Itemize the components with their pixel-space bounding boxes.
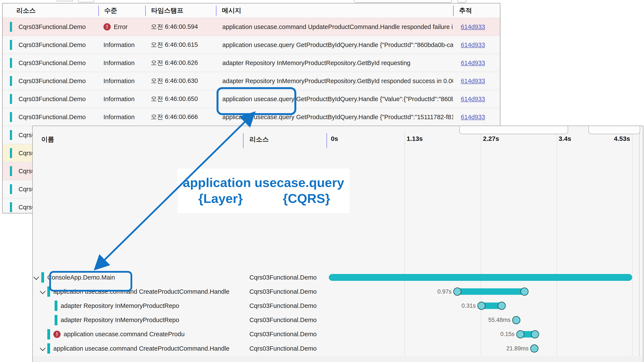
log-resource-name: Cqrs03Functional.Demo [18, 77, 86, 85]
log-header-label: 추적 [459, 6, 472, 15]
trace-row[interactable]: adapter Repository InMemoryProductRepoCq… [33, 299, 643, 313]
span-color-indicator [47, 329, 50, 340]
span-endpoint-circle[interactable] [453, 288, 462, 296]
log-timestamp: 오전 6:46:00.594 [145, 22, 216, 31]
log-level-label: Information [104, 96, 134, 103]
trace-span-name: adapter Repository InMemoryProductRepo [61, 299, 179, 313]
span-duration-label: 0.15s [474, 327, 514, 341]
scrollbar-track-edge[interactable] [639, 126, 640, 356]
resource-color-indicator [10, 112, 12, 122]
chevron-down-icon[interactable] [33, 274, 39, 280]
log-resource-cell: Cqrs03Functional.Demo [2, 22, 98, 32]
log-column-header-message[interactable]: 메시지 [216, 3, 453, 18]
log-column-header-level[interactable]: 수준 [98, 3, 145, 18]
resource-color-indicator [10, 148, 12, 158]
log-level-cell: Information [98, 114, 145, 121]
trace-link[interactable]: 614d933 [461, 96, 485, 102]
log-column-header-timestamp[interactable]: 타임스탬프 [145, 3, 216, 18]
span-color-indicator [41, 272, 44, 283]
trace-span-name: !application usecase.command CreateProdu [53, 327, 185, 341]
span-duration-label: 55.48ms [470, 313, 510, 327]
span-color-indicator [54, 315, 58, 325]
chevron-down-icon[interactable] [40, 345, 46, 351]
span-name-label: application usecase.command CreateProduc… [53, 345, 230, 352]
span-endpoint-circle[interactable] [530, 344, 538, 353]
column-divider [98, 5, 99, 16]
span-endpoint-circle[interactable] [512, 316, 520, 324]
log-table-row[interactable]: Cqrs03Functional.Demo!Error오전 6:46:00.59… [2, 18, 500, 36]
timeline-span-bar[interactable] [329, 274, 632, 281]
resource-color-indicator [10, 76, 12, 86]
dashboard-screen: 리소스 수준 타임스탬프 메시지 추적 Cqrs03Functional.Dem… [0, 0, 644, 362]
trace-resource-name: Cqrs03Functional.Demo [250, 285, 317, 299]
log-column-header-resource[interactable]: 리소스 [2, 3, 98, 18]
resource-color-indicator [10, 166, 12, 176]
trace-row[interactable]: application usecase.command CreateProduc… [33, 341, 643, 356]
trace-link[interactable]: 614d933 [461, 23, 485, 30]
trace-span-name: adapter Repository InMemoryProductRepo [61, 313, 179, 327]
span-color-indicator [54, 301, 58, 311]
log-resource-cell: Cqrs03Functional.Demo [2, 112, 98, 122]
log-message: application usecase.query GetProductById… [216, 41, 453, 48]
resource-color-indicator [10, 58, 12, 68]
log-table-row[interactable]: Cqrs03Functional.DemoInformation오전 6:46:… [2, 54, 500, 72]
log-trace-cell: 614d933 [453, 41, 500, 48]
resource-color-indicator [10, 184, 12, 194]
span-duration-label: 21.89ms [488, 341, 528, 356]
callout-title: application usecase.query [183, 176, 344, 190]
trace-column-header-name[interactable]: 이름 [41, 135, 54, 144]
timeline-tick-label: 1.13s [406, 135, 423, 142]
log-header-label: 수준 [104, 6, 117, 15]
log-column-header-trace[interactable]: 추적 [453, 3, 500, 18]
trace-link[interactable]: 614d933 [461, 41, 485, 48]
trace-row[interactable]: !application usecase.command CreateProdu… [33, 327, 643, 341]
log-table-row[interactable]: Cqrs03Functional.DemoInformation오전 6:46:… [2, 36, 500, 54]
timeline-tick-label: 0s [331, 135, 338, 142]
log-message: adapter Repository InMemoryProductReposi… [216, 59, 453, 67]
log-resource-name: Cqrs03Functional.Demo [18, 41, 86, 48]
callout-cqrs-tag: {CQRS} [283, 191, 330, 206]
span-endpoint-circle[interactable] [498, 302, 506, 310]
log-resource-cell: Cqrs03Functional.Demo [2, 76, 98, 86]
timeline-span-bar[interactable] [457, 288, 524, 295]
log-resource-cell: Cqrs03Functional.Demo [2, 40, 98, 50]
log-timestamp: 오전 6:46:00.666 [145, 113, 216, 121]
span-endpoint-circle[interactable] [520, 288, 528, 296]
log-resource-name: Cqrs03Functional.Demo [18, 59, 86, 67]
log-header-label: 메시지 [222, 6, 241, 15]
log-resource-cell: Cqrs03Functional.Demo [2, 94, 98, 104]
trace-link[interactable]: 614d933 [461, 77, 485, 84]
log-level-label: Error [114, 23, 128, 30]
log-message: application usecase.command UpdateProduc… [216, 23, 453, 30]
chevron-down-icon[interactable] [40, 288, 46, 294]
log-level-cell: Information [98, 77, 145, 85]
span-endpoint-circle[interactable] [531, 330, 539, 338]
log-header-label: 리소스 [16, 6, 36, 15]
log-level-label: Information [104, 59, 134, 67]
log-trace-cell: 614d933 [453, 23, 500, 30]
annotation-callout: application usecase.query {Layer} {CQRS} [178, 169, 350, 213]
column-divider [243, 133, 244, 148]
highlight-box-log-message [216, 87, 296, 115]
highlight-box-trace-row [49, 271, 132, 292]
trace-link[interactable]: 614d933 [461, 59, 485, 66]
trace-column-header-resource[interactable]: 리소스 [250, 135, 269, 144]
cropped-ui-fragment [459, 126, 568, 134]
log-trace-cell: 614d933 [453, 77, 500, 85]
column-divider [216, 5, 216, 16]
column-divider [145, 5, 146, 16]
span-name-label: adapter Repository InMemoryProductRepo [61, 317, 179, 324]
column-divider [453, 5, 454, 16]
span-endpoint-circle[interactable] [516, 330, 524, 338]
log-timestamp: 오전 6:46:00.630 [145, 77, 216, 85]
trace-row[interactable]: adapter Repository InMemoryProductRepoCq… [33, 313, 643, 327]
timeline-tick-label: 2.27s [483, 135, 499, 142]
trace-resource-name: Cqrs03Functional.Demo [250, 299, 317, 313]
trace-resource-name: Cqrs03Functional.Demo [250, 270, 317, 285]
log-table-header: 리소스 수준 타임스탬프 메시지 추적 [2, 3, 500, 18]
span-color-indicator [47, 343, 50, 354]
log-level-label: Information [104, 41, 134, 48]
trace-link[interactable]: 614d933 [461, 114, 485, 120]
log-level-cell: !Error [98, 23, 145, 30]
trace-span-name: application usecase.command CreateProduc… [53, 341, 230, 356]
